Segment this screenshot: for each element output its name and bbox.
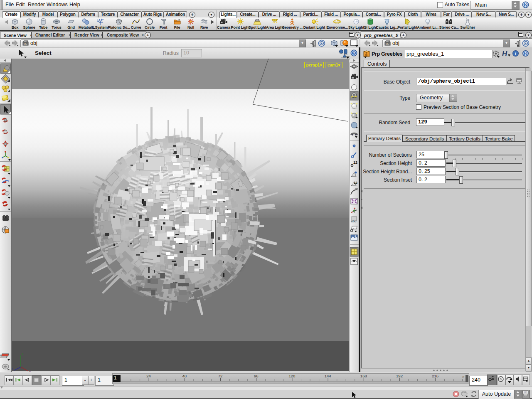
svg-text:?: ? bbox=[352, 51, 355, 56]
svg-text:6x: 6x bbox=[365, 54, 367, 56]
svg-text:96: 96 bbox=[254, 374, 259, 378]
svg-text:12: 12 bbox=[353, 160, 357, 165]
svg-text:192: 192 bbox=[396, 374, 403, 378]
svg-text:48: 48 bbox=[182, 374, 187, 378]
svg-text:24: 24 bbox=[146, 374, 151, 378]
svg-text:y: y bbox=[22, 352, 23, 355]
svg-text:168: 168 bbox=[360, 374, 367, 378]
svg-text:123: 123 bbox=[524, 391, 527, 394]
svg-text:?: ? bbox=[525, 52, 527, 56]
svg-text:?: ? bbox=[524, 3, 527, 7]
svg-text:i: i bbox=[515, 52, 516, 56]
svg-text:144: 144 bbox=[325, 374, 331, 378]
svg-text:216: 216 bbox=[432, 374, 438, 378]
svg-text:120: 120 bbox=[288, 374, 295, 378]
svg-text:72: 72 bbox=[218, 374, 223, 378]
svg-text:abc: abc bbox=[351, 219, 357, 223]
svg-text:M+: M+ bbox=[24, 43, 27, 45]
svg-text:M+: M+ bbox=[386, 43, 389, 45]
